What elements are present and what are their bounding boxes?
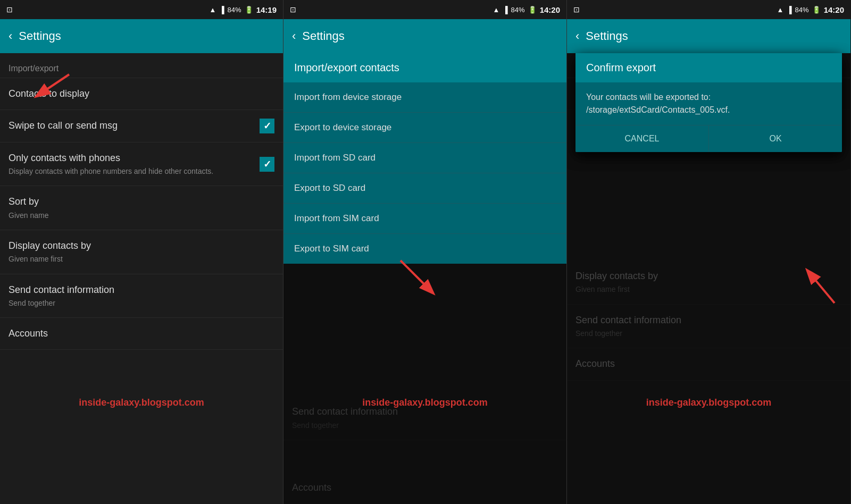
time-2: 14:20 [540, 5, 560, 14]
section-header-1: Import/export [0, 53, 283, 78]
panel-3: ⊡ ▲ ▐ 84% 🔋 14:20 ‹ Settings Import/expo… [567, 0, 850, 504]
photo-icon-3: ⊡ [573, 5, 580, 14]
import-device-label: Import from device storage [294, 92, 402, 102]
sort-by-subtitle: Given name [9, 211, 274, 220]
import-sd-label: Import from SD card [294, 153, 376, 163]
app-bar-title-1: Settings [19, 29, 61, 43]
swipe-checkbox[interactable]: ✓ [260, 119, 274, 133]
swipe-checkmark: ✓ [263, 120, 271, 132]
signal-icon-2: ▐ [503, 6, 507, 14]
confirm-export-dialog-top[interactable]: Confirm export Your contacts will be exp… [575, 53, 842, 152]
confirm-top-body: Your contacts will be exported to: /stor… [575, 82, 842, 125]
back-button-2[interactable]: ‹ [292, 29, 296, 43]
only-contacts-phones-item[interactable]: Only contacts with phones Display contac… [0, 142, 283, 187]
app-bar-1: ‹ Settings [0, 19, 283, 53]
only-contacts-subtitle: Display contacts with phone numbers and … [9, 166, 274, 176]
back-button-3[interactable]: ‹ [575, 29, 579, 43]
status-bar-2: ⊡ ▲ ▐ 84% 🔋 14:20 [283, 0, 566, 19]
sort-by-item[interactable]: Sort by Given name [0, 186, 283, 230]
panel-1: ⊡ ▲ ▐ 84% 🔋 14:19 ‹ Settings Import/expo… [0, 0, 283, 504]
import-from-sim-card[interactable]: Import from SIM card [283, 204, 566, 234]
only-contacts-checkbox[interactable]: ✓ [260, 157, 274, 172]
swipe-to-call-label: Swipe to call or send msg [9, 120, 274, 132]
dialog-title: Import/export contacts [294, 62, 556, 74]
status-left-3: ⊡ [573, 5, 580, 14]
display-contacts-by-bg-3: Display contacts by Given name first [567, 261, 850, 305]
display-contacts-by-item[interactable]: Display contacts by Given name first [0, 230, 283, 274]
import-sim-label: Import from SIM card [294, 213, 379, 223]
export-sd-label: Export to SD card [294, 183, 365, 193]
time-1: 14:19 [256, 5, 277, 14]
photo-icon: ⊡ [6, 5, 13, 14]
section-header-label-1: Import/export [9, 64, 59, 73]
cancel-button-top[interactable]: Cancel [575, 125, 709, 152]
swipe-to-call-item[interactable]: Swipe to call or send msg ✓ [0, 110, 283, 142]
contacts-to-display-label: Contacts to display [9, 88, 274, 100]
display-contacts-subtitle: Given name first [9, 254, 274, 264]
send-contact-subtitle-1: Send together [9, 298, 274, 308]
only-contacts-checkmark: ✓ [263, 158, 271, 170]
battery-percent-3: 84% [795, 6, 809, 14]
dialog-header: Import/export contacts [283, 53, 566, 82]
wifi-icon-2: ▲ [493, 6, 500, 14]
sort-by-label: Sort by [9, 196, 274, 208]
display-contacts-label: Display contacts by [9, 240, 274, 252]
signal-icon-3: ▐ [787, 6, 791, 14]
signal-icon: ▐ [219, 6, 224, 14]
ok-button-top[interactable]: OK [709, 125, 842, 152]
send-contact-label-1: Send contact information [9, 284, 274, 296]
accounts-bg-3: Accounts [567, 348, 850, 380]
watermark-3: inside-galaxy.blogspot.com [567, 397, 850, 408]
export-device-label: Export to device storage [294, 122, 391, 132]
confirm-top-buttons: Cancel OK [575, 125, 842, 152]
accounts-label-1: Accounts [9, 327, 274, 340]
confirm-top-header: Confirm export [575, 53, 842, 82]
battery-icon-1: 🔋 [245, 6, 253, 14]
status-right-2: ▲ ▐ 84% 🔋 14:20 [493, 5, 561, 14]
import-from-sd-card[interactable]: Import from SD card [283, 143, 566, 173]
back-button-1[interactable]: ‹ [9, 29, 12, 43]
confirm-top-title: Confirm export [586, 62, 831, 74]
export-to-device-storage[interactable]: Export to device storage [283, 113, 566, 143]
wifi-icon: ▲ [210, 6, 216, 14]
export-sim-label: Export to SIM card [294, 243, 369, 254]
photo-icon-2: ⊡ [290, 5, 296, 14]
status-bar-1: ⊡ ▲ ▐ 84% 🔋 14:19 [0, 0, 283, 19]
time-3: 14:20 [824, 5, 844, 14]
status-right-3: ▲ ▐ 84% 🔋 14:20 [777, 5, 845, 14]
app-bar-title-3: Settings [586, 29, 628, 43]
battery-icon-3: 🔋 [812, 6, 821, 14]
status-right-1: ▲ ▐ 84% 🔋 14:19 [210, 5, 277, 14]
app-bar-3: ‹ Settings [567, 19, 850, 53]
wifi-icon-3: ▲ [777, 6, 784, 14]
battery-icon-2: 🔋 [528, 6, 537, 14]
send-contact-info-item-1[interactable]: Send contact information Send together [0, 274, 283, 318]
import-from-device-storage[interactable]: Import from device storage [283, 82, 566, 113]
below-confirm-items: Display contacts by Given name first Sen… [567, 261, 850, 381]
panel-2: ⊡ ▲ ▐ 84% 🔋 14:20 ‹ Settings Import/expo… [283, 0, 567, 504]
export-to-sim-card[interactable]: Export to SIM card [283, 234, 566, 264]
watermark-1: inside-galaxy.blogspot.com [0, 397, 283, 408]
app-bar-2: ‹ Settings [283, 19, 566, 53]
accounts-item-1[interactable]: Accounts [0, 318, 283, 350]
battery-percent-1: 84% [228, 6, 241, 14]
status-left-2: ⊡ [290, 5, 296, 14]
export-to-sd-card[interactable]: Export to SD card [283, 173, 566, 204]
app-bar-title-2: Settings [302, 29, 345, 43]
status-bar-3: ⊡ ▲ ▐ 84% 🔋 14:20 [567, 0, 850, 19]
battery-percent-2: 84% [511, 6, 525, 14]
only-contacts-label: Only contacts with phones [9, 152, 274, 164]
import-export-dialog[interactable]: Import/export contacts Import from devic… [283, 53, 566, 264]
contacts-to-display-item[interactable]: Contacts to display [0, 78, 283, 110]
status-left-1: ⊡ [6, 5, 13, 14]
send-contact-bg-3: Send contact information Send together [567, 305, 850, 349]
